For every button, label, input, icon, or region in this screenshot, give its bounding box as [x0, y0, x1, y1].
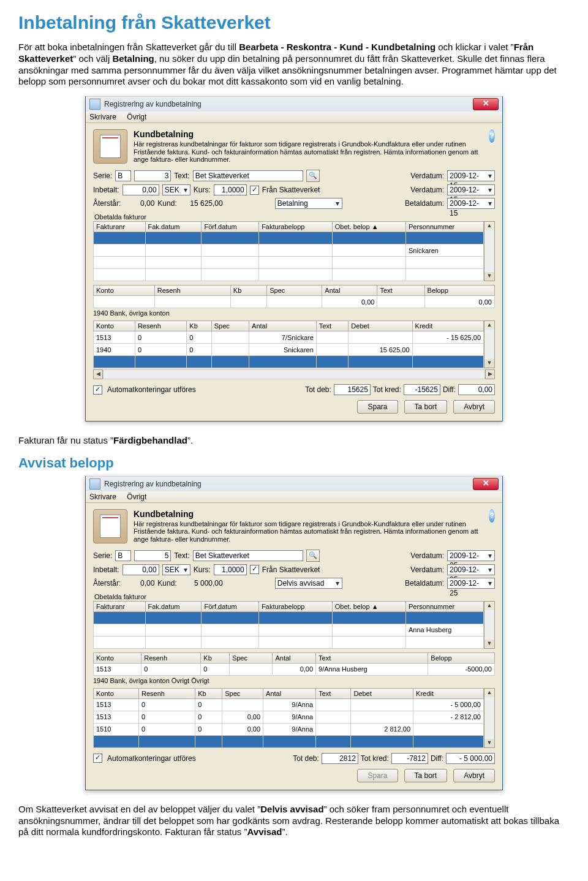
serienr-field[interactable]: 5: [134, 550, 171, 561]
mid-paragraph: Fakturan får nu status ”Färdigbehandlad”…: [18, 435, 570, 447]
window-title: Registrering av kundbetalning: [104, 480, 473, 488]
verdatum2-field[interactable]: 2009-12-15: [447, 184, 495, 195]
valuta-field[interactable]: SEK: [162, 564, 190, 575]
text-field[interactable]: Bet Skatteverket: [193, 170, 303, 181]
page-title: Inbetalning från Skatteverket: [18, 12, 570, 33]
app-icon: [89, 99, 100, 110]
table-row: 1513000,009/Anna Husberg-5000,00: [94, 663, 495, 675]
line1940: 1940 Bank, övriga konton: [93, 309, 495, 317]
serie-field[interactable]: B: [115, 550, 131, 561]
closing-paragraph: Om Skatteverket avvisat en del av belopp…: [18, 804, 570, 838]
info-desc: Här registreras kundbetalningar för fakt…: [134, 140, 483, 164]
search-icon[interactable]: 🔍: [306, 170, 320, 182]
titlebar[interactable]: Registrering av kundbetalning ✕: [86, 476, 502, 491]
aterstar-value: 0,00: [124, 199, 154, 208]
diff-field: 0,00: [458, 384, 495, 395]
totkred-label: Tot kred:: [373, 385, 401, 394]
menu-ovrigt[interactable]: Övrigt: [127, 113, 146, 121]
window-kundbetalning-2: Registrering av kundbetalning ✕ Skrivare…: [85, 476, 503, 790]
auto-label: Automatkonteringar utföres: [107, 385, 196, 394]
table-row: [94, 356, 484, 368]
avbryt-button[interactable]: Avbryt: [453, 400, 495, 414]
menu-skrivare[interactable]: Skrivare: [89, 493, 116, 501]
table-bokforing[interactable]: KontoResenhKbSpecAntalTextDebetKredit 15…: [93, 320, 484, 368]
table-bokforing[interactable]: KontoResenhKbSpecAntalTextDebetKredit 15…: [93, 688, 484, 748]
kund-value: 15 625,00: [180, 199, 223, 208]
status-select[interactable]: Delvis avvisad: [275, 578, 342, 589]
table-row: [94, 735, 484, 747]
valuta-field[interactable]: SEK: [162, 184, 190, 195]
auto-checkbox[interactable]: ✓: [93, 385, 102, 395]
line1940: 1940 Bank, övriga konton Övrigt Övrigt: [93, 677, 495, 684]
titlebar[interactable]: Registrering av kundbetalning ✕: [86, 96, 502, 112]
help-icon[interactable]: ?: [489, 129, 495, 143]
spara-button[interactable]: Spara: [357, 400, 398, 414]
table-kontering[interactable]: KontoResenhKbSpecAntalTextBelopp 1513000…: [93, 652, 495, 676]
spara-button[interactable]: Spara: [357, 769, 398, 782]
verdatum2-label: Verdatum:: [410, 186, 444, 194]
kund-label: Kund:: [157, 199, 176, 208]
serienr-field[interactable]: 3: [134, 170, 171, 181]
kurs-field[interactable]: 1,0000: [214, 184, 247, 195]
status-select[interactable]: Betalning: [275, 198, 342, 209]
table-row: [94, 269, 484, 281]
table-row: [94, 611, 484, 624]
info-desc: Här registreras kundbetalningar för fakt…: [134, 520, 483, 543]
table-row: [94, 636, 484, 648]
app-icon: [89, 478, 100, 490]
verdatum2-field[interactable]: 2009-12-25: [447, 564, 495, 575]
table-row: 1513000,009/Anna- 2 812,00: [94, 711, 484, 723]
inbetalt-field[interactable]: 0,00: [123, 184, 159, 195]
inbetalt-field[interactable]: 0,00: [123, 564, 159, 575]
verdatum-field[interactable]: 2009-12-15: [447, 170, 495, 181]
menu-skrivare[interactable]: Skrivare: [89, 113, 116, 121]
grouplabel-obetalda: Obetalda fakturor: [93, 213, 146, 221]
auto-checkbox[interactable]: ✓: [93, 754, 102, 763]
fran-skatteverket-checkbox[interactable]: ✓: [250, 186, 259, 195]
section-title-avvisat: Avvisat belopp: [18, 455, 570, 471]
text-field[interactable]: Bet Skatteverket: [193, 550, 303, 561]
book-icon: [93, 129, 127, 164]
help-icon[interactable]: ?: [489, 509, 495, 523]
betaldatum-field[interactable]: 2009-12-15: [447, 198, 495, 209]
verdatum-field[interactable]: 2009-12-25: [447, 550, 495, 561]
menu-ovrigt[interactable]: Övrigt: [127, 493, 146, 501]
fran-skatteverket-label: Från Skatteverket: [262, 186, 320, 194]
inbetalt-label: Inbetalt:: [93, 186, 119, 194]
tabort-button[interactable]: Ta bort: [404, 400, 448, 414]
menubar: Skrivare Övrigt: [86, 491, 502, 503]
serie-field[interactable]: B: [115, 170, 131, 181]
betaldatum-label: Betaldatum:: [405, 199, 444, 208]
search-icon[interactable]: 🔍: [306, 550, 320, 562]
serie-label: Serie:: [93, 172, 112, 180]
totkred-field: -15625: [404, 384, 440, 395]
table-kontering[interactable]: KontoResenhKbSpecAntalTextBelopp 0,000,0…: [93, 285, 495, 308]
table-row: 0,000,00: [94, 296, 495, 308]
table-row: 1513007/Snickare- 15 625,00: [94, 331, 484, 344]
totdeb-label: Tot deb:: [305, 385, 331, 394]
kurs-field[interactable]: 1,0000: [214, 564, 247, 575]
tabort-button[interactable]: Ta bort: [404, 769, 448, 782]
window-kundbetalning-1: Registrering av kundbetalning ✕ Skrivare…: [85, 96, 503, 422]
menubar: Skrivare Övrigt: [86, 112, 502, 123]
kurs-label: Kurs:: [194, 186, 211, 194]
intro-paragraph: För att boka inbetalningen från Skatteve…: [18, 42, 570, 88]
text-label: Text:: [174, 172, 189, 180]
table-row: [94, 257, 484, 269]
betaldatum-field[interactable]: 2009-12-25: [447, 578, 495, 589]
totdeb-field: 15625: [334, 384, 371, 395]
fran-skatteverket-checkbox[interactable]: ✓: [250, 565, 259, 574]
table-row: 194000Snickaren15 625,00: [94, 344, 484, 356]
window-title: Registrering av kundbetalning: [104, 100, 473, 108]
table-obetalda[interactable]: FakturanrFak.datumFörf.datumFakturabelop…: [93, 601, 484, 649]
table-obetalda[interactable]: FakturanrFak.datumFörf.datumFakturabelop…: [93, 221, 484, 281]
info-heading: Kundbetalning: [134, 129, 483, 139]
close-icon[interactable]: ✕: [473, 98, 499, 110]
avbryt-button[interactable]: Avbryt: [453, 769, 495, 782]
book-icon: [93, 509, 127, 543]
verdatum-label: Verdatum:: [410, 172, 444, 180]
close-icon[interactable]: ✕: [473, 478, 499, 490]
diff-label: Diff:: [443, 385, 456, 394]
info-heading: Kundbetalning: [134, 509, 483, 519]
table-row: 1513009/Anna- 5 000,00: [94, 698, 484, 711]
